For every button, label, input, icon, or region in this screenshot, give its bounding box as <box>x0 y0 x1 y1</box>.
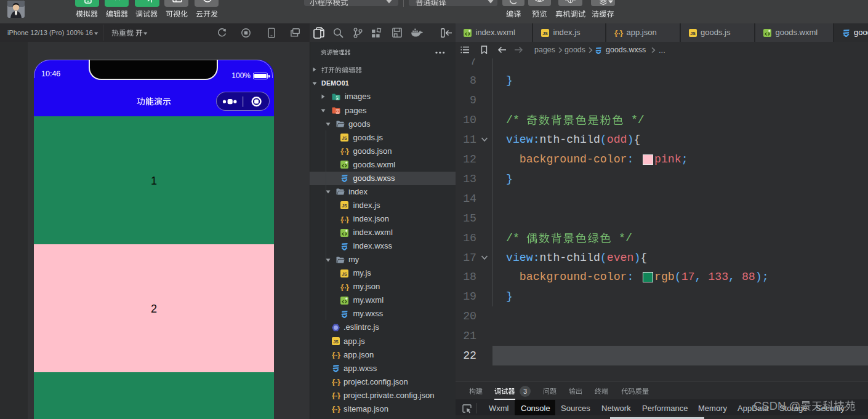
svg-text:}: } <box>337 351 340 359</box>
svg-text:{: { <box>332 405 336 413</box>
svg-text:JS: JS <box>542 31 548 36</box>
svg-text:}: } <box>337 391 340 399</box>
svg-text:}: } <box>345 215 349 223</box>
svg-text:{: { <box>340 147 344 155</box>
svg-text:JS: JS <box>333 340 339 345</box>
svg-text:{: { <box>614 29 618 37</box>
svg-text:JS: JS <box>690 31 696 36</box>
svg-text:JS: JS <box>342 204 347 209</box>
svg-text:{: { <box>340 215 344 223</box>
svg-text:{: { <box>332 391 336 399</box>
svg-text:{: { <box>332 378 336 386</box>
svg-text:}: } <box>337 405 340 413</box>
svg-text:}: } <box>337 378 340 386</box>
svg-text:JS: JS <box>342 136 347 141</box>
svg-text:{: { <box>340 283 344 291</box>
svg-text:JS: JS <box>342 272 347 277</box>
svg-text:{: { <box>332 351 336 359</box>
svg-text:}: } <box>345 283 349 291</box>
svg-text:}: } <box>620 29 624 37</box>
svg-text:}: } <box>345 147 349 155</box>
